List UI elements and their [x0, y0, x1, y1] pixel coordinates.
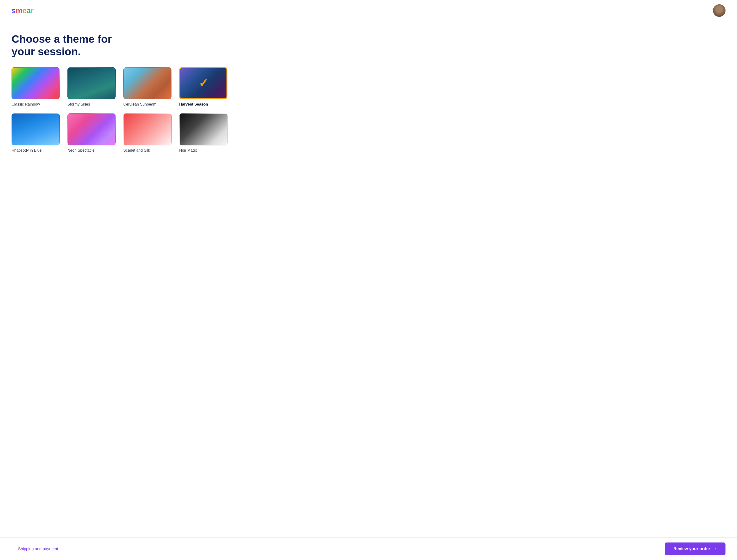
theme-card-noir-magic[interactable]: Noir Magic: [179, 113, 227, 153]
theme-card-stormy-skies[interactable]: Stormy Skies: [67, 67, 116, 107]
theme-card-harvest-season[interactable]: ✓Harvest Season: [179, 67, 227, 107]
theme-card-rhapsody-in-blue[interactable]: Rhapsody in Blue: [12, 113, 60, 153]
user-avatar[interactable]: [713, 4, 725, 17]
theme-label-scarlet-and-silk: Scarlet and Silk: [123, 148, 172, 153]
theme-label-harvest-season: Harvest Season: [179, 102, 227, 107]
footer: ← Shipping and payment Review your order…: [0, 537, 737, 560]
theme-preview-neon-spectacle: [67, 113, 116, 145]
theme-preview-classic-rainbow: [12, 67, 60, 99]
theme-card-cerulean-sunbeam[interactable]: Cerulean Sunbeam: [123, 67, 172, 107]
theme-preview-cerulean-sunbeam: [123, 67, 172, 99]
forward-arrow-icon: →: [713, 546, 717, 551]
theme-preview-stormy-skies: [67, 67, 116, 99]
theme-preview-scarlet-and-silk: [123, 113, 172, 145]
theme-label-classic-rainbow: Classic Rainbow: [12, 102, 60, 107]
main-content: Choose a theme for your session. Classic…: [0, 21, 737, 560]
logo-letter-s: s: [12, 6, 16, 15]
app-logo[interactable]: smear: [12, 6, 34, 15]
logo-letter-r: r: [31, 6, 34, 15]
theme-card-scarlet-and-silk[interactable]: Scarlet and Silk: [123, 113, 172, 153]
page-title: Choose a theme for your session.: [12, 33, 725, 58]
review-order-label: Review your order: [673, 546, 710, 551]
theme-label-noir-magic: Noir Magic: [179, 148, 227, 153]
back-link-label: Shipping and payment: [18, 547, 58, 551]
themes-grid: Classic RainbowStormy SkiesCerulean Sunb…: [12, 67, 227, 153]
app-header: smear: [0, 0, 737, 21]
theme-label-stormy-skies: Stormy Skies: [67, 102, 116, 107]
theme-preview-harvest-season: ✓: [179, 67, 227, 99]
theme-card-classic-rainbow[interactable]: Classic Rainbow: [12, 67, 60, 107]
theme-preview-rhapsody-in-blue: [12, 113, 60, 145]
logo-letter-m: m: [16, 6, 22, 15]
theme-label-cerulean-sunbeam: Cerulean Sunbeam: [123, 102, 172, 107]
theme-label-rhapsody-in-blue: Rhapsody in Blue: [12, 148, 60, 153]
logo-letter-e: e: [22, 6, 26, 15]
theme-label-neon-spectacle: Neon Spectacle: [67, 148, 116, 153]
logo-letter-a: a: [27, 6, 31, 15]
review-order-button[interactable]: Review your order →: [665, 542, 725, 555]
back-arrow-icon: ←: [12, 546, 16, 552]
avatar-image: [713, 4, 725, 17]
theme-card-neon-spectacle[interactable]: Neon Spectacle: [67, 113, 116, 153]
selected-checkmark-icon: ✓: [199, 77, 208, 89]
theme-preview-noir-magic: [179, 113, 227, 145]
back-link[interactable]: ← Shipping and payment: [12, 546, 58, 552]
